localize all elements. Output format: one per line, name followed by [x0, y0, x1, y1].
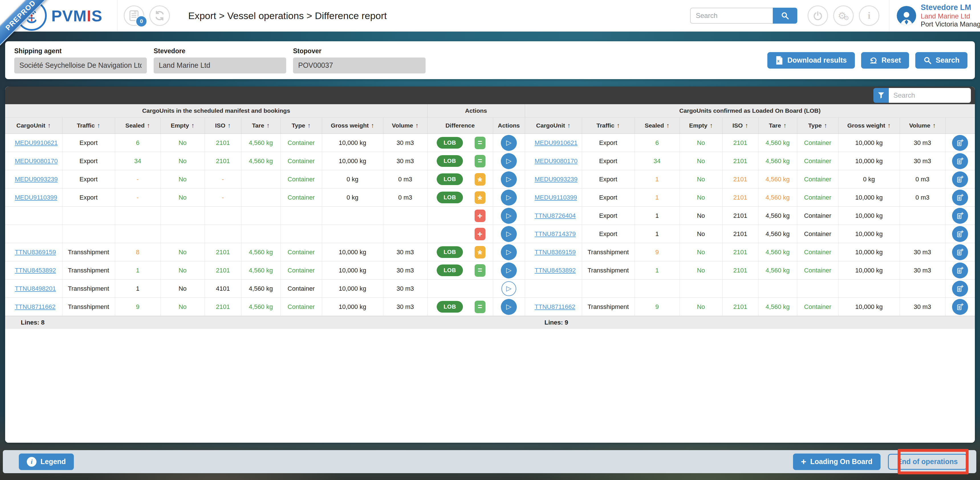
row-play-button[interactable]: ▷: [501, 153, 517, 169]
col-left-gross-weight[interactable]: Gross weight↑: [322, 117, 383, 134]
filter-search-button[interactable]: Search: [915, 52, 967, 69]
cargo-unit-link[interactable]: MEDU9910621: [15, 139, 57, 146]
cargo-unit-link[interactable]: TTNU8726404: [535, 212, 576, 219]
row-play-button[interactable]: ▷: [501, 226, 517, 242]
documents-queue-button[interactable]: 0: [124, 5, 144, 26]
cargo-unit-link[interactable]: MEDU9080170: [15, 157, 57, 165]
cargo-unit-link[interactable]: MEDU9093239: [535, 176, 578, 183]
col-right-gross-weight[interactable]: Gross weight↑: [838, 117, 900, 134]
edit-lob-button[interactable]: [952, 244, 968, 260]
edit-lob-button[interactable]: [952, 135, 968, 151]
table-row: TTNU8453892Transshipment1No21014,560 kgC…: [5, 261, 975, 280]
reset-button[interactable]: Reset: [861, 52, 909, 69]
edit-lob-button[interactable]: [952, 171, 968, 187]
cargo-unit-link[interactable]: MEDU9093239: [15, 176, 57, 183]
edit-lob-button[interactable]: [952, 153, 968, 169]
row-play-button[interactable]: ▷: [501, 299, 517, 315]
table-cell: Transshipment: [62, 280, 115, 298]
cargo-unit-link[interactable]: TTNU8714379: [535, 230, 576, 238]
row-play-button[interactable]: ▷: [501, 171, 517, 187]
col-right-type[interactable]: Type↑: [797, 117, 838, 134]
shipping-agent-input[interactable]: [14, 57, 147, 73]
cargo-unit-link[interactable]: TTNU8711662: [535, 303, 576, 310]
cargo-unit-link[interactable]: TTNU8711662: [15, 303, 56, 310]
row-play-button[interactable]: ▷: [501, 190, 517, 206]
table-filter-input[interactable]: [889, 88, 971, 103]
info-button[interactable]: i: [859, 5, 880, 26]
edit-lob-button[interactable]: [952, 190, 968, 206]
row-play-button[interactable]: ▷: [501, 263, 517, 279]
col-left-cargounit[interactable]: CargoUnit↑: [5, 117, 62, 134]
col-left-volume[interactable]: Volume↑: [383, 117, 427, 134]
global-search-button[interactable]: [773, 8, 797, 24]
table-cell: [115, 207, 161, 225]
settings-gears-button[interactable]: ⚙⚙: [833, 5, 854, 26]
col-right-iso[interactable]: ISO↑: [722, 117, 758, 134]
table-cell: 30 m3: [383, 243, 427, 261]
row-play-button[interactable]: ▷: [501, 135, 517, 151]
col-left-traffic[interactable]: Traffic↑: [62, 117, 115, 134]
edit-lob-button[interactable]: [952, 208, 968, 224]
app-header: PREPROD PVMIS 0: [0, 0, 980, 32]
cargo-unit-cell: TTNU8453892: [525, 261, 582, 280]
stevedore-input[interactable]: [154, 57, 286, 73]
table-cell: -: [205, 170, 241, 189]
sort-asc-icon: ↑: [97, 122, 100, 129]
download-results-button[interactable]: x Download results: [767, 52, 854, 69]
logout-power-button[interactable]: [808, 5, 828, 26]
table-cell: No: [679, 134, 722, 152]
legend-button[interactable]: i Legend: [19, 453, 74, 470]
col-left-empty[interactable]: Empty↑: [161, 117, 205, 134]
row-play-button[interactable]: ▷: [501, 244, 517, 260]
refresh-button[interactable]: [150, 5, 170, 26]
edit-cell: [945, 298, 975, 316]
edit-cell: [945, 170, 975, 189]
funnel-filter-button[interactable]: [873, 88, 889, 103]
col-left-sealed[interactable]: Sealed↑: [115, 117, 161, 134]
table-head: CargoUnits in the scheduled manifest and…: [5, 104, 975, 134]
cargo-unit-cell: MEDU9910621: [5, 134, 62, 152]
cargo-unit-cell: [5, 225, 62, 243]
col-left-type[interactable]: Type↑: [280, 117, 322, 134]
table-cell: No: [679, 298, 722, 316]
edit-cell: [945, 207, 975, 225]
cargo-unit-link[interactable]: TTNU8369159: [535, 249, 576, 256]
col-right-cargounit[interactable]: CargoUnit↑: [525, 117, 582, 134]
cargo-unit-link[interactable]: MEDU9080170: [535, 157, 578, 165]
table-cell: No: [161, 280, 205, 298]
table-cell: [838, 280, 900, 298]
cargo-unit-link[interactable]: MEDU9110399: [535, 194, 577, 201]
col-right-empty[interactable]: Empty↑: [679, 117, 722, 134]
table-cell: 10,000 kg: [322, 152, 383, 170]
edit-lob-button[interactable]: [952, 281, 968, 297]
edit-lob-button[interactable]: [952, 226, 968, 242]
edit-lob-button[interactable]: [952, 299, 968, 315]
end-of-operations-button[interactable]: End of operations: [888, 454, 967, 470]
cargo-unit-link[interactable]: MEDU9910621: [535, 139, 578, 146]
stopover-input[interactable]: [293, 57, 426, 73]
difference-cell: +: [427, 225, 493, 243]
cargo-unit-link[interactable]: TTNU8498201: [15, 285, 56, 292]
col-right-volume[interactable]: Volume↑: [900, 117, 945, 134]
global-search-input[interactable]: [690, 8, 773, 24]
user-block[interactable]: Stevedore LM Land Marine Ltd Port Victor…: [897, 3, 980, 28]
stevedore-field: Stevedore: [154, 47, 286, 73]
cargo-unit-link[interactable]: MEDU9110399: [15, 194, 57, 201]
cargo-unit-link[interactable]: TTNU8453892: [535, 267, 576, 274]
col-left-iso[interactable]: ISO↑: [205, 117, 241, 134]
cargo-unit-link[interactable]: TTNU8369159: [15, 249, 56, 256]
table-cell: No: [679, 152, 722, 170]
edit-lob-button[interactable]: [952, 263, 968, 279]
table-cell: 0 m3: [900, 170, 945, 189]
table-filter: [873, 88, 971, 103]
row-play-button[interactable]: ▷: [501, 281, 516, 296]
row-play-button[interactable]: ▷: [501, 208, 517, 224]
cargo-unit-cell: MEDU9080170: [525, 152, 582, 170]
col-right-traffic[interactable]: Traffic↑: [582, 117, 635, 134]
col-right-tare[interactable]: Tare↑: [758, 117, 797, 134]
col-right-sealed[interactable]: Sealed↑: [635, 117, 679, 134]
loading-on-board-button[interactable]: + Loading On Board: [793, 453, 881, 470]
col-left-tare[interactable]: Tare↑: [241, 117, 280, 134]
table-cell: 2101: [205, 261, 241, 280]
cargo-unit-link[interactable]: TTNU8453892: [15, 267, 56, 274]
